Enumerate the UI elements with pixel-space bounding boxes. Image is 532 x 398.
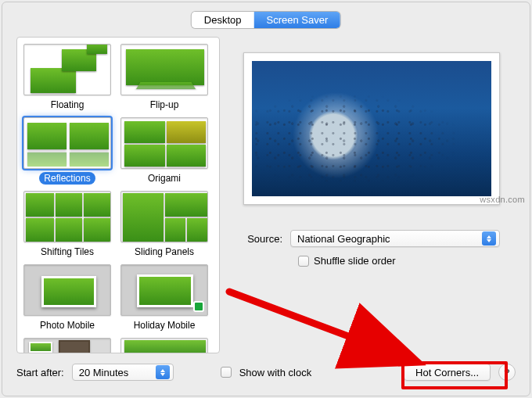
saver-thumb: [23, 44, 111, 95]
saver-thumb: [120, 338, 208, 353]
shuffle-label: Shuffle slide order: [314, 255, 396, 267]
saver-thumb: [23, 264, 111, 316]
saver-label: Shifting Tiles: [36, 246, 99, 258]
saver-label: Holiday Mobile: [129, 319, 200, 332]
show-with-clock-checkbox[interactable]: [221, 367, 232, 378]
saver-sliding-panels[interactable]: Sliding Panels: [120, 191, 208, 258]
saver-label: Floating: [46, 99, 89, 111]
saver-thumb: [120, 264, 208, 316]
saver-label: Photo Mobile: [35, 319, 99, 332]
saver-origami[interactable]: Origami: [120, 117, 208, 185]
saver-partial[interactable]: [120, 338, 208, 353]
saver-flip-up[interactable]: Flip-up: [120, 44, 208, 111]
updown-icon: [156, 365, 170, 379]
saver-thumb: [23, 338, 111, 353]
saver-label: Flip-up: [146, 99, 184, 111]
screensaver-picker: Floating Flip-up Ref: [16, 37, 220, 353]
saver-floating[interactable]: Floating: [23, 44, 111, 111]
saver-thumb: [23, 117, 111, 169]
shuffle-checkbox[interactable]: [298, 256, 309, 267]
saver-thumb: [120, 44, 208, 95]
source-popup[interactable]: National Geographic: [290, 230, 500, 247]
screensaver-preview[interactable]: [243, 52, 500, 205]
saver-partial[interactable]: [23, 338, 111, 353]
tab-screen-saver[interactable]: Screen Saver: [253, 12, 340, 28]
saver-thumb: [23, 191, 111, 242]
prefs-window: Desktop Screen Saver Floating: [2, 2, 530, 396]
start-after-label: Start after:: [16, 367, 64, 378]
tab-switcher: Desktop Screen Saver: [192, 12, 340, 28]
start-after-popup[interactable]: 20 Minutes: [72, 364, 174, 381]
saver-shifting-tiles[interactable]: Shifting Tiles: [23, 191, 111, 258]
tab-desktop[interactable]: Desktop: [192, 12, 254, 28]
saver-label: Origami: [143, 172, 185, 185]
updown-icon: [482, 231, 496, 246]
saver-label: Sliding Panels: [130, 246, 199, 258]
saver-holiday-mobile[interactable]: Holiday Mobile: [120, 264, 208, 332]
start-after-value: 20 Minutes: [79, 367, 129, 378]
help-button[interactable]: ?: [498, 364, 516, 381]
bottom-bar: Start after: 20 Minutes Show with clock …: [16, 360, 516, 385]
source-value: National Geographic: [297, 233, 390, 245]
hot-corners-button[interactable]: Hot Corners...: [404, 364, 491, 381]
show-with-clock-label: Show with clock: [239, 367, 311, 378]
saver-reflections[interactable]: Reflections: [23, 117, 111, 185]
content-area: Floating Flip-up Ref: [16, 37, 516, 353]
saver-label: Reflections: [39, 172, 95, 185]
saver-thumb: [120, 117, 208, 169]
saver-photo-mobile[interactable]: Photo Mobile: [23, 264, 111, 332]
preview-panel: Source: National Geographic Shuffle slid…: [228, 37, 516, 353]
watermark: wsxdn.com: [480, 195, 525, 204]
source-label: Source:: [228, 233, 282, 245]
saver-thumb: [120, 191, 208, 242]
